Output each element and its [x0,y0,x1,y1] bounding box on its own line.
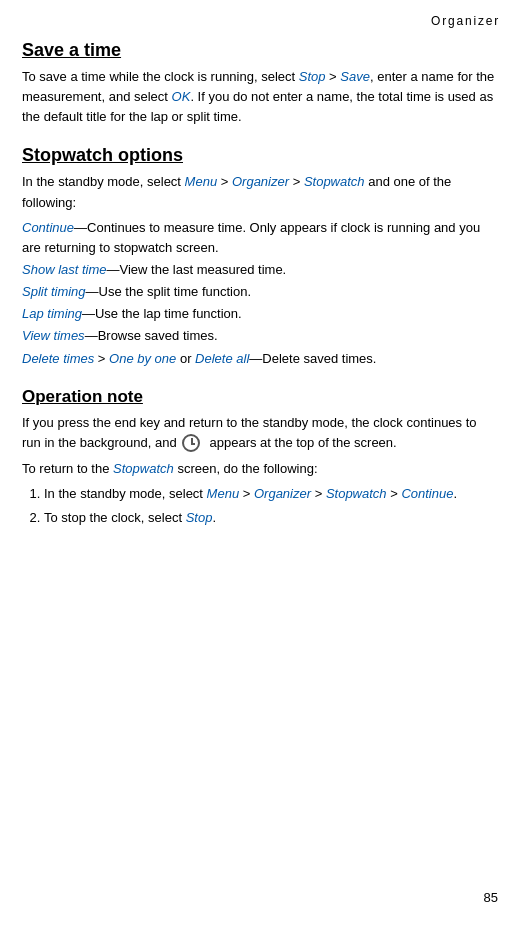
section-stopwatch-options: Stopwatch options In the standby mode, s… [22,145,498,368]
option-continue: Continue—Continues to measure time. Only… [22,218,498,258]
operation-note-list: In the standby mode, select Menu > Organ… [22,484,498,528]
link-delete-all: Delete all [195,351,249,366]
link-organizer-2: Organizer [254,486,311,501]
link-ok: OK [172,89,191,104]
link-stopwatch-2: Stopwatch [113,461,174,476]
link-split-timing: Split timing [22,284,86,299]
link-show-last-time: Show last time [22,262,107,277]
option-view-times: View times—Browse saved times. [22,326,498,346]
link-continue-2: Continue [401,486,453,501]
link-lap-timing: Lap timing [22,306,82,321]
section-title-stopwatch-options: Stopwatch options [22,145,498,166]
section-title-operation-note: Operation note [22,387,498,407]
header-title: Organizer [431,14,500,28]
section-save-a-time: Save a time To save a time while the clo… [22,40,498,127]
section-title-save-a-time: Save a time [22,40,498,61]
option-split-timing: Split timing—Use the split time function… [22,282,498,302]
list-item-2: To stop the clock, select Stop. [44,508,498,528]
page-number: 85 [484,890,498,905]
link-menu-2: Menu [207,486,240,501]
option-lap-timing: Lap timing—Use the lap time function. [22,304,498,324]
link-one-by-one: One by one [109,351,176,366]
link-continue: Continue [22,220,74,235]
operation-note-para1: If you press the end key and return to t… [22,413,498,453]
stopwatch-options-intro: In the standby mode, select Menu > Organ… [22,172,498,212]
link-stopwatch-1: Stopwatch [304,174,365,189]
link-stop: Stop [299,69,326,84]
link-stop-2: Stop [186,510,213,525]
clock-icon [182,434,200,452]
link-delete-times: Delete times [22,351,94,366]
link-save: Save [340,69,370,84]
option-show-last-time: Show last time—View the last measured ti… [22,260,498,280]
page-header: Organizer [0,0,520,34]
link-view-times: View times [22,328,85,343]
save-a-time-paragraph: To save a time while the clock is runnin… [22,67,498,127]
link-menu-1: Menu [185,174,218,189]
link-organizer-1: Organizer [232,174,289,189]
link-stopwatch-3: Stopwatch [326,486,387,501]
section-operation-note: Operation note If you press the end key … [22,387,498,529]
list-item-1: In the standby mode, select Menu > Organ… [44,484,498,504]
option-delete-times: Delete times > One by one or Delete all—… [22,349,498,369]
operation-note-para2: To return to the Stopwatch screen, do th… [22,459,498,479]
